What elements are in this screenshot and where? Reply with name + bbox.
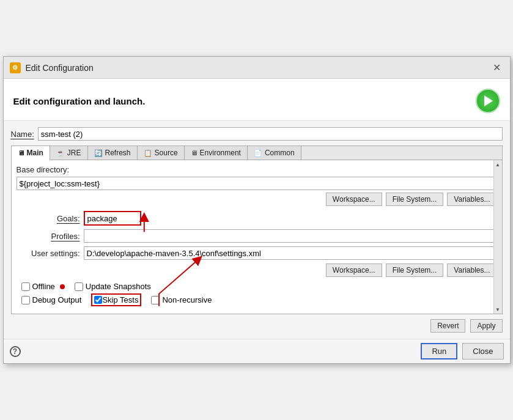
skip-tests-checkbox[interactable] <box>94 296 102 304</box>
tab-common-label: Common <box>265 149 295 157</box>
update-snapshots-label: Update Snapshots <box>86 282 151 291</box>
profiles-row: Profiles: <box>17 229 497 243</box>
skip-tests-label: Skip Tests <box>102 295 138 304</box>
offline-red-dot <box>60 284 65 289</box>
user-settings-row: User settings: <box>17 246 497 260</box>
tabs: 🖥 Main ☕ JRE 🔄 Refresh 📋 Source 🖥 <box>11 146 503 160</box>
goals-label: Goals: <box>17 214 84 223</box>
offline-checkbox-item: Offline <box>21 282 65 291</box>
update-snapshots-checkbox[interactable] <box>75 282 83 291</box>
tab-jre[interactable]: ☕ JRE <box>50 146 88 160</box>
checkbox-row-2: Debug Output Skip Tests Non-recursive <box>17 293 497 306</box>
debug-output-label: Debug Output <box>32 295 82 304</box>
help-icon[interactable]: ? <box>10 346 21 357</box>
tab-source-label: Source <box>155 149 178 157</box>
dialog-title: Edit Configuration <box>26 63 94 73</box>
skip-tests-highlight: Skip Tests <box>91 293 141 306</box>
file-system-button-1[interactable]: File System... <box>386 193 444 206</box>
revert-apply-row: Revert Apply <box>11 319 503 333</box>
base-directory-input[interactable] <box>17 177 497 190</box>
env-tab-icon: 🖥 <box>191 149 197 157</box>
dialog-header: Edit configuration and launch. <box>4 79 510 121</box>
dialog-body: Name: 🖥 Main ☕ JRE 🔄 Refresh 📋 <box>4 121 510 339</box>
run-button[interactable]: Run <box>421 343 457 359</box>
base-dir-btn-row: Workspace... File System... Variables... <box>17 193 497 206</box>
update-snapshots-checkbox-item: Update Snapshots <box>75 282 151 291</box>
close-window-button[interactable]: ✕ <box>490 61 504 75</box>
tab-common[interactable]: 📄 Common <box>248 146 301 160</box>
workspace-button-1[interactable]: Workspace... <box>326 193 382 206</box>
revert-button[interactable]: Revert <box>430 319 465 333</box>
tab-main[interactable]: 🖥 Main <box>12 146 50 160</box>
scroll-down-arrow[interactable]: ▼ <box>493 305 502 314</box>
tab-main-label: Main <box>27 149 43 157</box>
tab-content-wrapper: 🖥 Main ☕ JRE 🔄 Refresh 📋 Source 🖥 <box>11 146 503 314</box>
checkbox-row-1: Offline Update Snapshots <box>17 282 497 291</box>
name-input[interactable] <box>38 127 503 141</box>
tab-environment[interactable]: 🖥 Environment <box>185 146 248 160</box>
profiles-label: Profiles: <box>17 232 84 241</box>
scrollbar[interactable]: ▲ ▼ <box>493 160 502 314</box>
common-tab-icon: 📄 <box>254 149 262 157</box>
source-tab-icon: 📋 <box>144 149 152 157</box>
apply-button[interactable]: Apply <box>470 319 502 333</box>
debug-output-checkbox-item: Debug Output <box>21 295 82 304</box>
header-title: Edit configuration and launch. <box>13 96 146 106</box>
non-recursive-checkbox-item: Non-recursive <box>151 295 212 304</box>
file-system-button-2[interactable]: File System... <box>386 263 444 277</box>
user-settings-input[interactable] <box>84 246 497 260</box>
name-label: Name: <box>11 130 34 139</box>
name-row: Name: <box>11 127 503 141</box>
run-icon[interactable] <box>476 89 500 113</box>
tab-environment-label: Environment <box>200 149 241 157</box>
base-directory-label: Base directory: <box>17 165 497 174</box>
variables-button-1[interactable]: Variables... <box>447 193 496 206</box>
profiles-input[interactable] <box>84 229 497 243</box>
variables-button-2[interactable]: Variables... <box>447 263 496 277</box>
title-bar-left: ⚙ Edit Configuration <box>10 62 94 73</box>
user-settings-label: User settings: <box>17 249 84 258</box>
goals-input[interactable] <box>85 212 140 224</box>
edit-configuration-dialog: ⚙ Edit Configuration ✕ Edit configuratio… <box>3 56 511 364</box>
user-settings-btn-row: Workspace... File System... Variables... <box>17 263 497 277</box>
debug-output-checkbox[interactable] <box>21 296 30 304</box>
goals-row: Goals: <box>17 211 497 226</box>
non-recursive-label: Non-recursive <box>162 295 212 304</box>
workspace-button-2[interactable]: Workspace... <box>326 263 382 277</box>
tab-refresh[interactable]: 🔄 Refresh <box>88 146 138 160</box>
refresh-tab-icon: 🔄 <box>94 149 103 157</box>
tab-source[interactable]: 📋 Source <box>138 146 185 160</box>
offline-label: Offline <box>32 282 55 291</box>
tab-jre-label: JRE <box>67 149 81 157</box>
jre-tab-icon: ☕ <box>56 149 65 157</box>
main-tab-icon: 🖥 <box>18 149 24 157</box>
bottom-buttons: Run Close <box>421 343 503 359</box>
tab-content: Base directory: Workspace... File System… <box>11 160 503 314</box>
scroll-up-arrow[interactable]: ▲ <box>493 160 502 169</box>
offline-checkbox[interactable] <box>21 282 30 291</box>
goals-highlight <box>84 211 141 226</box>
tab-refresh-label: Refresh <box>105 149 131 157</box>
dialog-icon: ⚙ <box>10 62 21 73</box>
bottom-bar: ? Run Close <box>4 339 510 363</box>
title-bar: ⚙ Edit Configuration ✕ <box>4 57 510 79</box>
non-recursive-checkbox[interactable] <box>151 296 160 304</box>
close-button[interactable]: Close <box>462 343 503 359</box>
